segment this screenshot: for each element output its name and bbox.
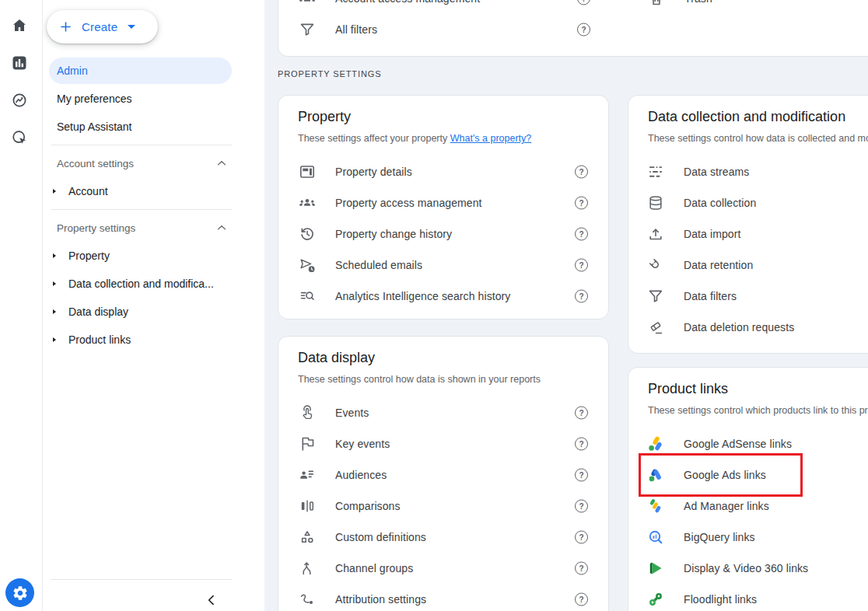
row-all-filters[interactable]: All filters ? — [278, 14, 868, 45]
expand-arrow-icon — [53, 189, 56, 194]
create-button[interactable]: Create — [47, 10, 158, 44]
row-label: Attribution settings — [335, 593, 426, 606]
row-key-events[interactable]: Key events ? — [278, 428, 608, 459]
row-label: Account access management — [335, 0, 480, 5]
row-display-video-360-links[interactable]: Display & Video 360 links — [628, 553, 868, 584]
help-icon[interactable]: ? — [575, 593, 588, 606]
help-icon[interactable]: ? — [575, 228, 588, 241]
row-property-access-management[interactable]: Property access management ? — [278, 187, 608, 218]
row-data-collection[interactable]: Data collection — [628, 187, 868, 218]
expand-arrow-icon — [53, 281, 56, 286]
chevron-up-icon[interactable] — [215, 156, 229, 170]
row-scheduled-emails[interactable]: Scheduled emails ? — [278, 250, 608, 281]
card-title: Data display — [298, 350, 375, 366]
row-custom-definitions[interactable]: Custom definitions ? — [278, 522, 608, 553]
funnel-icon — [298, 20, 317, 39]
split-arrows-icon — [298, 559, 317, 578]
scheduled-send-icon — [298, 256, 317, 274]
row-label: Property details — [335, 166, 412, 178]
row-data-filters[interactable]: Data filters — [628, 281, 868, 312]
row-floodlight-links[interactable]: Floodlight links — [628, 584, 868, 611]
row-bigquery-links[interactable]: BigQuery links — [628, 522, 868, 553]
whats-a-property-link[interactable]: What's a property? — [450, 133, 532, 144]
help-icon[interactable]: ? — [575, 259, 588, 272]
comparisons-icon — [298, 497, 317, 515]
card-subtitle: These settings control which products li… — [648, 405, 868, 416]
row-events[interactable]: Events ? — [278, 397, 608, 428]
floodlight-logo — [646, 590, 665, 609]
section-label: PROPERTY SETTINGS — [278, 69, 381, 79]
row-channel-groups[interactable]: Channel groups ? — [278, 553, 608, 584]
touch-icon — [298, 403, 317, 422]
nav-item-setup-assistant[interactable]: Setup Assistant — [42, 113, 236, 141]
help-icon[interactable]: ? — [575, 562, 588, 575]
eraser-icon — [646, 318, 665, 337]
row-label: Data streams — [684, 166, 749, 178]
nav-item-label: Setup Assistant — [57, 120, 132, 133]
nav-item-admin[interactable]: Admin — [49, 58, 232, 84]
row-comparisons[interactable]: Comparisons ? — [278, 491, 608, 522]
nav-section-account-settings[interactable]: Account settings — [57, 155, 134, 171]
row-data-deletion-requests[interactable]: Data deletion requests — [628, 312, 868, 343]
chevron-up-icon[interactable] — [215, 221, 229, 235]
row-label: Key events — [335, 438, 390, 450]
streams-icon — [646, 162, 665, 181]
product-links-card: Product links These settings control whi… — [628, 367, 868, 611]
nav-item-label: Data display — [68, 306, 128, 318]
nav-item-label: Product links — [68, 333, 131, 346]
nav-section-property-settings[interactable]: Property settings — [57, 220, 135, 236]
help-icon[interactable]: ? — [575, 197, 588, 210]
collapse-nav-icon[interactable] — [204, 592, 219, 608]
help-icon[interactable]: ? — [575, 500, 588, 513]
row-google-ads-links[interactable]: Google Ads links — [628, 459, 868, 491]
home-icon[interactable] — [10, 16, 29, 35]
card-title: Property — [298, 109, 351, 125]
row-data-import[interactable]: Data import — [628, 218, 868, 250]
row-trash[interactable]: Trash — [628, 0, 861, 14]
nav-item-my-preferences[interactable]: My preferences — [42, 85, 236, 113]
explore-icon[interactable] — [10, 91, 29, 110]
row-ad-manager-links[interactable]: Ad Manager links — [628, 491, 868, 522]
row-property-change-history[interactable]: Property change history ? — [278, 218, 608, 250]
nav-item-label: Property — [68, 250, 110, 262]
help-icon[interactable]: ? — [577, 23, 590, 37]
row-label: Trash — [684, 0, 712, 5]
row-attribution-settings[interactable]: Attribution settings ? — [278, 584, 608, 611]
help-icon[interactable]: ? — [577, 0, 590, 5]
help-icon[interactable]: ? — [575, 166, 588, 179]
card-subtitle: These settings affect your property What… — [298, 133, 531, 144]
nav-item-data-display[interactable]: Data display — [53, 298, 128, 326]
nav-divider — [51, 145, 232, 145]
advertising-icon[interactable] — [10, 128, 29, 147]
expand-arrow-icon — [53, 337, 56, 342]
help-icon[interactable]: ? — [575, 469, 588, 482]
row-audiences[interactable]: Audiences ? — [278, 459, 608, 491]
row-label: Channel groups — [335, 562, 413, 574]
row-data-retention[interactable]: Data retention — [628, 250, 868, 281]
row-label: Scheduled emails — [335, 259, 422, 271]
row-analytics-intelligence-search-history[interactable]: Analytics Intelligence search history ? — [278, 281, 608, 312]
ga-admin-page: { "colors": { "accent_blue": "#1a73e8", … — [0, 0, 868, 611]
nav-item-property[interactable]: Property — [53, 242, 110, 270]
plus-icon — [58, 19, 73, 34]
google-ads-logo — [646, 466, 665, 484]
help-icon[interactable]: ? — [575, 407, 588, 420]
nav-item-data-collection[interactable]: Data collection and modifica... — [53, 270, 214, 298]
nav-item-label: Admin — [57, 65, 88, 77]
row-label: Analytics Intelligence search history — [335, 290, 510, 302]
nav-item-product-links[interactable]: Product links — [53, 326, 131, 354]
admin-settings-button[interactable] — [5, 578, 34, 607]
help-icon[interactable]: ? — [575, 531, 588, 544]
row-data-streams[interactable]: Data streams — [628, 156, 868, 187]
audiences-icon — [298, 466, 317, 484]
row-label: Display & Video 360 links — [684, 562, 808, 574]
row-property-details[interactable]: Property details ? — [278, 156, 608, 187]
route-icon — [298, 590, 317, 609]
row-google-adsense-links[interactable]: Google AdSense links — [628, 428, 868, 459]
nav-item-account[interactable]: Account — [53, 177, 108, 205]
reports-icon[interactable] — [10, 54, 29, 72]
expand-arrow-icon — [53, 253, 56, 258]
help-icon[interactable]: ? — [575, 438, 588, 451]
nav-item-label: Data collection and modifica... — [68, 278, 214, 290]
help-icon[interactable]: ? — [575, 290, 588, 303]
